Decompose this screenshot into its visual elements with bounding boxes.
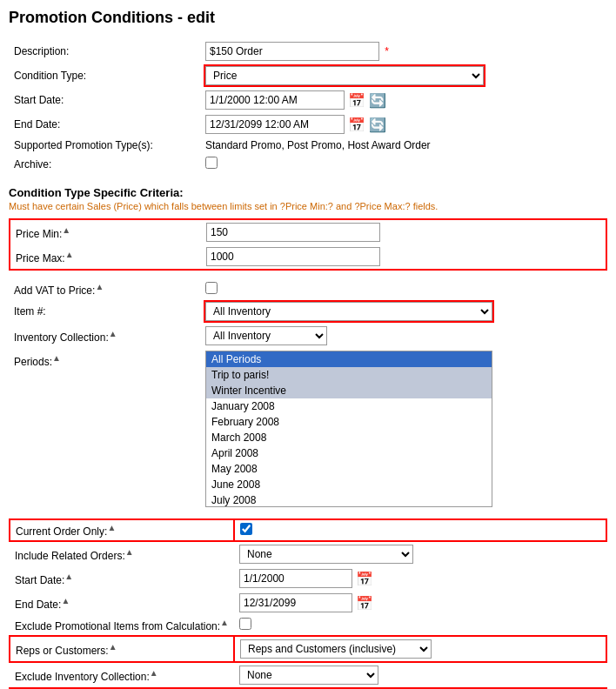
- item-select[interactable]: All Inventory: [205, 302, 492, 321]
- start-date-label: Start Date:: [9, 88, 200, 112]
- description-label: Description:: [9, 39, 200, 64]
- supported-promo-label: Supported Promotion Type(s):: [9, 137, 200, 154]
- price-max-label: Price Max:▲: [10, 244, 201, 270]
- exclude-inv-label: Exclude Inventory Collection:▲: [10, 662, 234, 688]
- end-date-calendar-icon[interactable]: 📅: [348, 117, 365, 133]
- page-title: Promotion Conditions - edit: [9, 9, 607, 27]
- start-date-calendar-icon[interactable]: 📅: [348, 92, 365, 109]
- condition-type-select[interactable]: Price Volume Items Date: [205, 66, 484, 85]
- include-related-select[interactable]: None All Selected: [239, 545, 413, 564]
- list-item[interactable]: June 2008: [206, 477, 492, 492]
- criteria-section-title: Condition Type Specific Criteria:: [9, 186, 607, 199]
- price-min-note: ▲: [62, 225, 70, 235]
- list-item[interactable]: February 2008: [206, 414, 492, 430]
- price-min-label: Price Min:▲: [10, 219, 201, 244]
- condition-type-label: Condition Type:: [9, 64, 200, 88]
- item-label: Item #:: [9, 299, 200, 324]
- exclude-promo-checkbox[interactable]: [239, 618, 251, 630]
- price-max-note: ▲: [65, 250, 74, 259]
- exclude-promo-label: Exclude Promotional Items from Calculati…: [10, 615, 234, 636]
- periods-label: Periods:▲: [9, 348, 200, 510]
- end-date-refresh-icon[interactable]: 🔄: [369, 117, 386, 133]
- reps-customers-select[interactable]: Reps and Customers (inclusive) Reps Only…: [240, 639, 432, 659]
- end-date2-calendar-icon[interactable]: 📅: [356, 595, 373, 612]
- end-date-input[interactable]: [205, 115, 345, 134]
- price-min-input[interactable]: [206, 223, 380, 242]
- start-date-refresh-icon[interactable]: 🔄: [369, 92, 386, 109]
- inventory-collection-select[interactable]: All Inventory: [205, 326, 327, 345]
- exclude-inv-select[interactable]: None: [239, 666, 378, 685]
- current-order-checkbox[interactable]: [240, 523, 252, 535]
- start-date2-calendar-icon[interactable]: 📅: [356, 571, 373, 587]
- periods-listbox[interactable]: All PeriodsTrip to paris!Winter Incentiv…: [205, 351, 492, 507]
- start-date2-label: Start Date:▲: [10, 566, 234, 591]
- reps-customers-label: Reps or Customers:▲: [10, 636, 234, 662]
- list-item[interactable]: April 2008: [206, 445, 492, 461]
- criteria-note: Must have certain Sales (Price) which fa…: [9, 201, 607, 211]
- current-order-label: Current Order Only:▲: [10, 519, 234, 541]
- add-vat-checkbox[interactable]: [205, 282, 218, 294]
- list-item[interactable]: Winter Incentive: [206, 383, 492, 398]
- description-input[interactable]: [205, 42, 379, 61]
- list-item[interactable]: Trip to paris!: [206, 367, 492, 383]
- list-item[interactable]: All Periods: [206, 351, 492, 367]
- list-item[interactable]: July 2008: [206, 492, 492, 507]
- inventory-collection-label: Inventory Collection:▲: [9, 324, 200, 348]
- include-related-label: Include Related Orders:▲: [10, 541, 234, 566]
- add-vat-label: Add VAT to Price:▲: [9, 279, 200, 299]
- list-item[interactable]: May 2008: [206, 461, 492, 477]
- supported-promo-value: Standard Promo, Post Promo, Host Award O…: [200, 137, 607, 154]
- required-star: *: [385, 45, 389, 57]
- end-date2-input[interactable]: [239, 593, 352, 612]
- start-date2-input[interactable]: [239, 569, 352, 588]
- archive-label: Archive:: [9, 154, 200, 174]
- end-date-label: End Date:: [9, 112, 200, 137]
- price-max-input[interactable]: [206, 247, 380, 266]
- archive-checkbox[interactable]: [205, 157, 218, 169]
- end-date2-label: End Date:▲: [10, 591, 234, 615]
- list-item[interactable]: March 2008: [206, 430, 492, 445]
- list-item[interactable]: January 2008: [206, 398, 492, 414]
- start-date-input[interactable]: [205, 90, 345, 110]
